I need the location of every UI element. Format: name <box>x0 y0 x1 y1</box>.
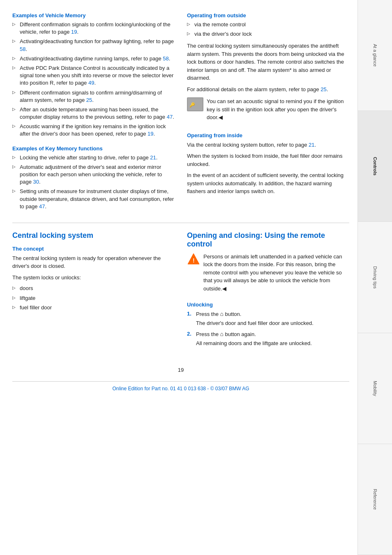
page-link[interactable]: 21 <box>150 154 156 161</box>
home-icon: ⌂ <box>220 331 224 337</box>
sidebar-tab-mobility[interactable]: Mobility <box>358 333 392 444</box>
sidebar-tab-controls[interactable]: Controls <box>358 111 392 222</box>
list-item: Different confirmation signals to confir… <box>12 89 175 104</box>
sidebar-tab-reference[interactable]: Reference <box>358 444 392 555</box>
concept-body2: The system locks or unlocks: <box>12 274 175 282</box>
list-item: Activating/deactivating function for pat… <box>12 38 175 53</box>
main-content: Examples of Vehicle Memory Different con… <box>0 0 357 555</box>
step-number: 1. <box>187 310 191 318</box>
sidebar-tab-at-a-glance[interactable]: At a glance <box>358 0 392 111</box>
operating-inside-heading: Operating from inside <box>187 132 349 138</box>
remote-control-section: Opening and closing: Using the remote co… <box>187 231 349 350</box>
sidebar-tab-label: Driving tips <box>373 266 378 288</box>
page-link[interactable]: 25 <box>321 86 326 92</box>
left-column: Examples of Vehicle Memory Different con… <box>12 12 175 214</box>
step-sub-text: The driver's door and fuel filler door a… <box>196 320 349 327</box>
remote-warning-box: ! Persons or animals left unattended in … <box>187 253 349 296</box>
list-item: After an outside temperature warning has… <box>12 106 175 121</box>
unlocking-step-2: 2. Press the ⌂ button again. All remaini… <box>187 330 349 347</box>
sidebar-tab-label: At a glance <box>373 44 378 67</box>
unlocking-heading: Unlocking <box>187 302 349 308</box>
vehicle-memory-list: Different confirmation signals to confir… <box>12 21 175 138</box>
central-locking-heading: Central locking system <box>12 231 175 240</box>
sidebar: At a glance Controls Driving tips Mobili… <box>357 0 392 555</box>
svg-text:!: ! <box>193 257 195 264</box>
page-footer: 19 Online Edition for Part no. 01 41 0 0… <box>12 367 349 391</box>
central-locking-left: Central locking system The concept The c… <box>12 231 175 350</box>
sidebar-tab-label: Reference <box>373 489 378 510</box>
key-memory-heading: Examples of Key Memory functions <box>12 145 175 152</box>
central-locking-section: Central locking system The concept The c… <box>12 231 349 350</box>
operating-inside-body3: In the event of an accident of sufficien… <box>187 171 349 196</box>
page-link[interactable]: 21 <box>309 142 314 148</box>
sidebar-tab-driving-tips[interactable]: Driving tips <box>358 222 392 333</box>
page-link[interactable]: 25 <box>86 97 92 103</box>
operating-outside-heading: Operating from outside <box>187 12 349 18</box>
operating-inside-body2: When the system is locked from inside, t… <box>187 152 349 168</box>
page-link[interactable]: 58 <box>20 46 25 52</box>
operating-outside-list: via the remote control via the driver's … <box>187 21 349 38</box>
copyright-text: Online Edition for Part no. 01 41 0 013 … <box>12 381 349 391</box>
list-item: liftgate <box>12 295 175 302</box>
concept-body1: The central locking system is ready for … <box>12 254 175 270</box>
page-number: 19 <box>12 367 349 373</box>
page-link[interactable]: 19 <box>71 29 77 35</box>
key-memory-list: Locking the vehicle after starting to dr… <box>12 154 175 210</box>
triangle-warning-icon: ! <box>187 253 200 268</box>
page-link[interactable]: 58 <box>163 55 168 62</box>
concept-heading: The concept <box>12 246 175 252</box>
list-item: via the driver's door lock <box>187 30 349 38</box>
step-sub-text: All remaining doors and the liftgate are… <box>196 340 349 347</box>
operating-outside-body2: For additional details on the alarm syst… <box>187 85 349 94</box>
operating-inside-body1: Via the central locking system button, r… <box>187 141 349 149</box>
step-number: 2. <box>187 330 191 338</box>
page-link[interactable]: 47 <box>39 203 45 210</box>
page-link[interactable]: 47 <box>167 114 173 120</box>
sidebar-tab-label: Mobility <box>373 381 378 396</box>
list-item: Active PDC Park Distance Control is acou… <box>12 64 175 87</box>
list-item: Acoustic warning if the ignition key rem… <box>12 123 175 138</box>
home-icon: ⌂ <box>220 311 224 317</box>
operating-outside-body1: The central locking system simultaneousl… <box>187 42 349 82</box>
list-item: Setting units of measure for instrument … <box>12 188 175 210</box>
section-divider <box>12 223 349 223</box>
remote-control-heading: Opening and closing: Using the remote co… <box>187 231 349 249</box>
ignition-warning-icon: 🔑 <box>187 97 203 111</box>
concept-list: doors liftgate fuel filler door <box>12 285 175 311</box>
unlocking-step-1: 1. Press the ⌂ button. The driver's door… <box>187 310 349 327</box>
unlocking-steps: 1. Press the ⌂ button. The driver's door… <box>187 310 349 347</box>
page-link[interactable]: 30 <box>33 179 39 185</box>
list-item: Automatic adjustment of the driver's sea… <box>12 164 175 186</box>
list-item: via the remote control <box>187 21 349 28</box>
ignition-warning-box: 🔑 You can set an acoustic signal to remi… <box>187 97 349 125</box>
list-item: Different confirmation signals to confir… <box>12 21 175 36</box>
list-item: doors <box>12 285 175 292</box>
page-link[interactable]: 49 <box>88 80 94 86</box>
vehicle-memory-heading: Examples of Vehicle Memory <box>12 12 175 18</box>
list-item: Activating/deactivating daytime running … <box>12 55 175 62</box>
right-column: Operating from outside via the remote co… <box>187 12 349 214</box>
page-link[interactable]: 19 <box>148 131 153 137</box>
ignition-warning-text: You can set an acoustic signal to remind… <box>207 97 349 122</box>
remote-warning-text: Persons or animals left unattended in a … <box>203 253 349 293</box>
svg-text:🔑: 🔑 <box>189 102 195 108</box>
sidebar-tab-label: Controls <box>373 157 378 175</box>
list-item: fuel filler door <box>12 304 175 311</box>
list-item: Locking the vehicle after starting to dr… <box>12 154 175 161</box>
